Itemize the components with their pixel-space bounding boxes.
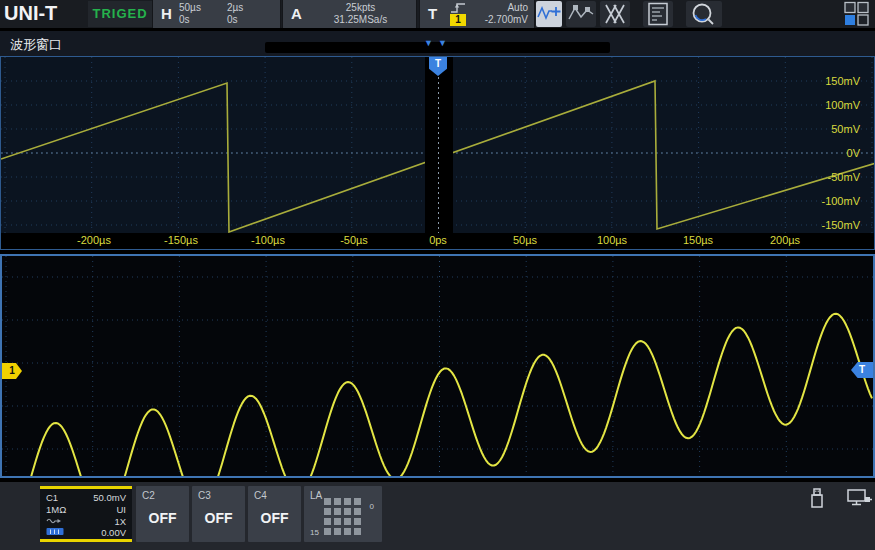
zoom-region-left-marker-icon[interactable]: ▼ xyxy=(424,39,433,48)
time-label: 150µs xyxy=(683,234,713,246)
voltage-label: 150mV xyxy=(790,74,860,88)
zoom-waveform-window[interactable]: 1 T xyxy=(0,254,875,478)
events-list-button[interactable] xyxy=(643,1,673,27)
zoom-search-button[interactable] xyxy=(686,1,722,27)
lan-monitor-icon[interactable] xyxy=(846,487,872,509)
time-axis-strip: -200µs -150µs -100µs -50µs 0ps 50µs 100µ… xyxy=(1,233,874,249)
digital-channel-dot xyxy=(344,508,351,515)
xy-pattern-icon xyxy=(600,1,630,27)
time-label: -50µs xyxy=(340,234,368,246)
channel3-tile[interactable]: C3 OFF xyxy=(192,486,245,542)
time-label: -100µs xyxy=(251,234,285,246)
acquire-label: A xyxy=(291,5,302,22)
cursor-ab-waveform-icon xyxy=(566,1,596,27)
channel1-offset: 0.00V xyxy=(101,527,126,539)
horizontal-settings-button[interactable]: H 50µs 0s 2µs 0s xyxy=(152,0,281,28)
zoom-region-right-marker-icon[interactable]: ▼ xyxy=(438,39,447,48)
digital-channel-dot xyxy=(354,528,361,535)
trigger-source-badge: 1 xyxy=(450,14,466,26)
logic-analyzer-tile[interactable]: LA 0 15 xyxy=(304,486,382,542)
voltage-label: -100mV xyxy=(790,194,860,208)
channel3-state: OFF xyxy=(192,510,245,526)
rising-edge-icon xyxy=(450,2,466,14)
voltage-label: -50mV xyxy=(790,170,860,184)
channel3-name: C3 xyxy=(198,490,211,501)
window-layout-button[interactable] xyxy=(843,1,871,27)
channel4-state: OFF xyxy=(248,510,301,526)
waveform-navigate-button[interactable] xyxy=(536,1,562,27)
digital-channel-dot xyxy=(344,498,351,505)
digital-channel-dot xyxy=(334,508,341,515)
bandwidth-limit-icon xyxy=(46,527,64,536)
cursor-measure-button[interactable] xyxy=(566,1,596,27)
sample-rate-value: 31.25MSa/s xyxy=(311,15,410,25)
channel4-name: C4 xyxy=(254,490,267,501)
digital-channel-dot xyxy=(354,498,361,505)
main-timebase-value: 50µs xyxy=(179,3,201,13)
memory-depth-value: 25kpts xyxy=(311,3,410,13)
digital-last-channel: 15 xyxy=(310,528,319,537)
trigger-settings-button[interactable]: T 1 Auto -2.700mV xyxy=(419,0,535,28)
trigger-label: T xyxy=(428,5,437,22)
horizontal-label: H xyxy=(161,5,172,22)
digital-first-channel: 0 xyxy=(370,502,374,511)
digital-channel-dot xyxy=(324,528,331,535)
usb-device-icon[interactable] xyxy=(806,486,828,510)
channel1-coupling: UI xyxy=(117,504,127,516)
waveform-crosshair-icon xyxy=(536,1,562,27)
channel1-name: C1 xyxy=(46,492,58,503)
trigger-position-line xyxy=(425,57,453,233)
voltage-label: 0V xyxy=(790,146,860,160)
voltage-label: 50mV xyxy=(790,122,860,136)
main-delay-value: 0s xyxy=(179,15,190,25)
time-label: 0ps xyxy=(429,234,447,246)
window-grid-icon xyxy=(843,1,871,27)
channel2-name: C2 xyxy=(142,490,155,501)
coupling-waveform-icon xyxy=(46,516,62,525)
digital-channel-dot xyxy=(324,498,331,505)
zoom-delay-value: 0s xyxy=(227,15,238,25)
channel1-scale: 50.0mV xyxy=(93,492,126,504)
channel1-tile[interactable]: C1 50.0mV 1MΩ UI 1X 0.00V xyxy=(40,486,132,542)
xy-mode-button[interactable] xyxy=(600,1,630,27)
digital-channel-dot xyxy=(324,508,331,515)
top-toolbar: UNI-T TRIGED H 50µs 0s 2µs 0s A 25kpts 3… xyxy=(0,0,875,28)
zoom-timebase-value: 2µs xyxy=(227,3,243,13)
logic-analyzer-name: LA xyxy=(310,490,322,501)
digital-channel-dot xyxy=(354,518,361,525)
trigger-status-badge: TRIGED xyxy=(88,1,152,27)
time-label: 200µs xyxy=(770,234,800,246)
brand-logo: UNI-T xyxy=(4,2,57,25)
list-document-icon xyxy=(643,1,673,27)
zoom-waveform-plot xyxy=(2,256,873,476)
bottom-channel-bar: ‹ C1 50.0mV 1MΩ UI 1X 0.00V xyxy=(0,482,875,550)
time-label: -150µs xyxy=(164,234,198,246)
digital-channel-dot xyxy=(334,518,341,525)
magnifier-icon xyxy=(686,1,722,27)
time-label: -200µs xyxy=(77,234,111,246)
digital-channel-dot xyxy=(344,518,351,525)
trigger-sweep-value: Auto xyxy=(507,3,528,13)
time-label: 100µs xyxy=(597,234,627,246)
channel4-tile[interactable]: C4 OFF xyxy=(248,486,301,542)
digital-channel-dot xyxy=(354,508,361,515)
voltage-label: -150mV xyxy=(790,218,860,232)
voltage-label: 100mV xyxy=(790,98,860,112)
digital-channel-dot xyxy=(324,518,331,525)
channel2-state: OFF xyxy=(136,510,189,526)
acquire-settings-button[interactable]: A 25kpts 31.25MSa/s xyxy=(282,0,417,28)
channel1-impedance: 1MΩ xyxy=(46,504,66,515)
trigger-level-value: -2.700mV xyxy=(485,15,528,25)
waveform-window-titlebar: 波形窗口 ▼ ▼ xyxy=(0,31,875,56)
channel2-tile[interactable]: C2 OFF xyxy=(136,486,189,542)
digital-channel-dot xyxy=(344,528,351,535)
digital-channel-dot xyxy=(334,498,341,505)
oscilloscope-screen: UNI-T TRIGED H 50µs 0s 2µs 0s A 25kpts 3… xyxy=(0,0,875,550)
window-title: 波形窗口 xyxy=(10,36,62,54)
digital-channel-dot xyxy=(334,528,341,535)
overview-waveform-window[interactable]: T 150mV 100mV 50mV 0V -50mV -100mV -150m… xyxy=(0,56,875,250)
time-label: 50µs xyxy=(513,234,537,246)
